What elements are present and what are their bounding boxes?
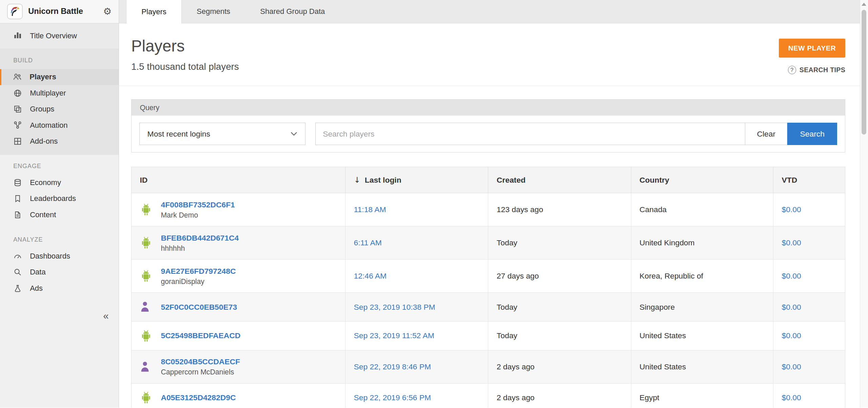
scrollbar[interactable] [860, 0, 868, 408]
search-button[interactable]: Search [787, 123, 837, 145]
sidebar-item-label: Content [30, 210, 56, 219]
table-row: 52F0C0CC0EB50E73 Sep 23, 2019 10:38 PM T… [132, 293, 845, 322]
tab-players[interactable]: Players [126, 0, 182, 23]
table-row: 9AE27E6FD797248C goraniDisplay 12:46 AM … [132, 260, 845, 293]
sidebar-item-leaderboards[interactable]: Leaderboards [0, 191, 119, 207]
player-id-link[interactable]: 8C05204B5CCDAECF [161, 357, 240, 366]
person-icon [140, 361, 153, 373]
player-id-link[interactable]: A05E3125D4282D9C [161, 393, 236, 402]
player-id-link[interactable]: 5C25498BEDFAEACD [161, 331, 240, 340]
query-panel-title: Query [132, 100, 845, 116]
search-input[interactable] [315, 123, 745, 145]
vtd-link[interactable]: $0.00 [782, 271, 801, 281]
sidebar-item-automation[interactable]: Automation [0, 117, 119, 133]
vtd-cell: $0.00 [773, 322, 845, 350]
sidebar-section-build: BUILD Players Multiplayer Groups [0, 49, 119, 155]
vtd-link[interactable]: $0.00 [782, 362, 801, 371]
player-id-link[interactable]: BFEB6DB442D671C4 [161, 233, 239, 243]
vtd-link[interactable]: $0.00 [782, 303, 801, 312]
last-login-link[interactable]: Sep 23, 2019 11:52 AM [354, 331, 434, 340]
sidebar-item-addons[interactable]: Add-ons [0, 133, 119, 149]
page-header: Players 1.5 thousand total players NEW P… [119, 23, 860, 86]
country-cell: United States [631, 350, 773, 383]
sidebar-item-multiplayer[interactable]: Multiplayer [0, 85, 119, 101]
app-logo-icon [7, 4, 23, 19]
sidebar-item-label: Economy [30, 178, 61, 187]
id-cell: BFEB6DB442D671C4 hhhhhh [132, 226, 345, 259]
country-cell: Singapore [631, 293, 773, 321]
sidebar-item-label: Ads [30, 284, 43, 293]
last-login-link[interactable]: 11:18 AM [354, 205, 386, 214]
country-cell: Egypt [631, 384, 773, 408]
sidebar: Unicorn Battle ⚙ Title Overview BUILD Pl… [0, 0, 119, 408]
vtd-cell: $0.00 [773, 384, 845, 408]
sidebar-item-groups[interactable]: Groups [0, 101, 119, 117]
page-header-left: Players 1.5 thousand total players [131, 37, 239, 72]
table-row: 4F008BF7352DC6F1 Mark Demo 11:18 AM 123 … [132, 193, 845, 226]
last-login-link[interactable]: Sep 22, 2019 6:56 PM [354, 393, 431, 402]
player-id-link[interactable]: 52F0C0CC0EB50E73 [161, 303, 237, 312]
column-header-id[interactable]: ID [132, 167, 345, 193]
vtd-link[interactable]: $0.00 [782, 205, 801, 214]
document-icon [13, 210, 22, 219]
column-header-vtd[interactable]: VTD [773, 167, 845, 193]
players-icon [13, 73, 22, 81]
id-stack: 5C25498BEDFAEACD [161, 331, 240, 340]
scrollbar-up-arrow[interactable] [862, 3, 866, 6]
new-player-button[interactable]: NEW PLAYER [779, 39, 845, 58]
last-login-link[interactable]: 12:46 AM [354, 271, 387, 281]
sidebar-item-economy[interactable]: Economy [0, 175, 119, 190]
last-login-cell: 6:11 AM [345, 226, 488, 259]
last-login-link[interactable]: Sep 22, 2019 8:46 PM [354, 362, 431, 371]
query-type-select[interactable]: Most recent logins [139, 123, 305, 145]
last-login-link[interactable]: 6:11 AM [354, 238, 382, 247]
id-cell: 8C05204B5CCDAECF Cappercorn McDaniels [132, 350, 345, 383]
android-icon [140, 269, 153, 283]
main-content: Players 1.5 thousand total players NEW P… [119, 23, 860, 408]
player-id-link[interactable]: 4F008BF7352DC6F1 [161, 200, 235, 209]
last-login-link[interactable]: Sep 23, 2019 10:38 PM [354, 303, 435, 312]
sidebar-item-dashboards[interactable]: Dashboards [0, 248, 119, 264]
last-login-cell: 11:18 AM [345, 193, 488, 226]
android-icon [140, 329, 153, 343]
vtd-link[interactable]: $0.00 [782, 331, 801, 340]
vtd-cell: $0.00 [773, 260, 845, 292]
scrollbar-thumb[interactable] [862, 10, 867, 134]
gear-icon[interactable]: ⚙ [103, 6, 112, 17]
vtd-link[interactable]: $0.00 [782, 238, 801, 247]
tab-bar: Players Segments Shared Group Data [119, 0, 860, 23]
search-tips-link[interactable]: ? SEARCH TIPS [788, 66, 845, 74]
id-stack: A05E3125D4282D9C [161, 393, 236, 402]
table-header-row: ID ↓ Last login Created Country VTD [132, 167, 845, 193]
section-label: ANALYZE [0, 229, 119, 248]
sidebar-item-ads[interactable]: Ads [0, 280, 119, 296]
id-stack: 8C05204B5CCDAECF Cappercorn McDaniels [161, 357, 240, 376]
column-header-created[interactable]: Created [488, 167, 631, 193]
sidebar-collapse-button[interactable]: « [103, 311, 108, 321]
sidebar-item-label: Multiplayer [30, 89, 66, 98]
player-display-name: Cappercorn McDaniels [161, 368, 240, 376]
sidebar-item-label: Groups [30, 105, 54, 114]
id-cell: 9AE27E6FD797248C goraniDisplay [132, 260, 345, 292]
gauge-icon [13, 252, 22, 261]
total-players-count: 1.5 thousand total players [131, 61, 239, 72]
sidebar-item-content[interactable]: Content [0, 207, 119, 223]
tab-shared-group-data[interactable]: Shared Group Data [245, 0, 340, 23]
country-cell: Korea, Republic of [631, 260, 773, 292]
chevron-down-icon [291, 129, 297, 139]
automation-icon [13, 121, 22, 129]
clear-button[interactable]: Clear [745, 123, 787, 145]
vtd-link[interactable]: $0.00 [782, 393, 801, 402]
last-login-cell: Sep 23, 2019 10:38 PM [345, 293, 488, 321]
column-header-country[interactable]: Country [631, 167, 773, 193]
sidebar-item-label: Automation [30, 121, 67, 130]
player-id-link[interactable]: 9AE27E6FD797248C [161, 267, 236, 276]
sidebar-item-title-overview[interactable]: Title Overview [0, 23, 119, 49]
column-header-last-login[interactable]: ↓ Last login [345, 167, 488, 193]
sidebar-item-data[interactable]: Data [0, 264, 119, 280]
tab-segments[interactable]: Segments [182, 0, 245, 23]
sidebar-item-players[interactable]: Players [0, 69, 119, 85]
vtd-cell: $0.00 [773, 293, 845, 321]
created-cell: 27 days ago [488, 260, 631, 292]
page-header-right: NEW PLAYER ? SEARCH TIPS [779, 37, 845, 74]
